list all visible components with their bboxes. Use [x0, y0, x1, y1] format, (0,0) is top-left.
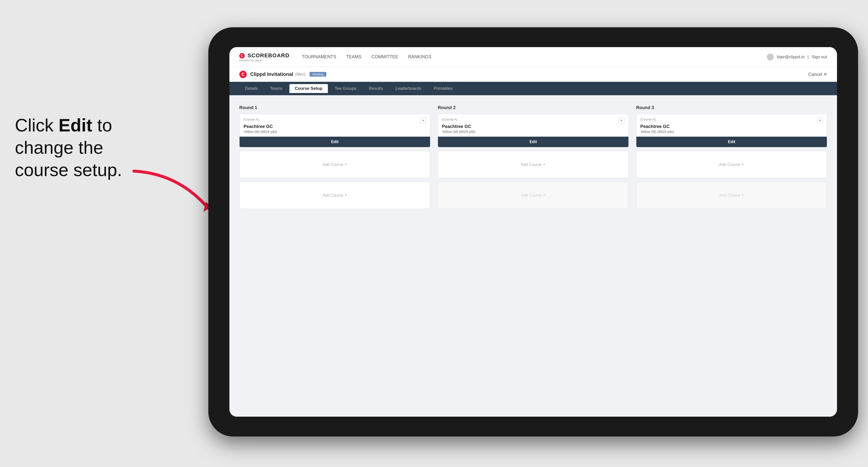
round-1-label: Round 1 — [239, 105, 430, 111]
scoreboard-logo: C SCOREBOARD Powered by clippd — [239, 52, 289, 62]
round-1-column: Round 1 (Course A) ✕ Peachtree GC Yellow… — [239, 105, 430, 212]
round-2-column: Round 2 (Course A) ✕ Peachtree GC Yellow… — [438, 105, 629, 212]
tournament-badge: Hosting — [310, 72, 327, 76]
nav-rankings[interactable]: RANKINGS — [408, 53, 432, 61]
round-2-edit-button[interactable]: Edit — [438, 137, 628, 147]
round-3-label: Round 3 — [636, 105, 827, 111]
cancel-button[interactable]: Cancel ✕ — [808, 72, 827, 77]
round-2-add-course-text-2: Add Course + — [521, 193, 545, 198]
nav-teams[interactable]: TEAMS — [346, 53, 362, 61]
round-2-course-card: (Course A) ✕ Peachtree GC Yellow (M) (66… — [438, 114, 629, 147]
top-navigation: C SCOREBOARD Powered by clippd TOURNAMEN… — [229, 47, 837, 67]
tab-results[interactable]: Results — [363, 84, 389, 93]
round-1-add-course-text-1: Add Course + — [322, 162, 347, 167]
tab-tee-groups[interactable]: Tee Groups — [329, 84, 362, 93]
rounds-grid: Round 1 (Course A) ✕ Peachtree GC Yellow… — [239, 105, 827, 212]
round-3-course-card: (Course A) ✕ Peachtree GC Yellow (M) (66… — [636, 114, 827, 147]
round-3-delete-icon[interactable]: ✕ — [817, 118, 823, 124]
nav-committee[interactable]: COMMITTEE — [372, 53, 398, 61]
round-2-course-details: Yellow (M) (6629 yds) — [438, 129, 628, 137]
round-2-label: Round 2 — [438, 105, 629, 111]
nav-links: TOURNAMENTS TEAMS COMMITTEE RANKINGS — [302, 53, 767, 61]
tournament-header: C Clippd Invitational (Men) Hosting Canc… — [229, 67, 837, 82]
main-content: Round 1 (Course A) ✕ Peachtree GC Yellow… — [229, 95, 837, 417]
annotation-text: Click Edit to change the course setup. — [15, 114, 122, 181]
round-3-course-details: Yellow (M) (6629 yds) — [637, 129, 827, 137]
round-3-course-tag: (Course A) — [640, 118, 656, 121]
round-3-course-header: (Course A) ✕ — [637, 114, 827, 124]
round-1-delete-icon[interactable]: ✕ — [420, 118, 426, 124]
tournament-logo-icon: C — [239, 71, 247, 78]
tab-bar: Details Teams Course Setup Tee Groups Re… — [229, 82, 837, 95]
round-3-add-course-text-1: Add Course + — [719, 162, 744, 167]
user-email: blair@clippd.io — [777, 55, 805, 60]
round-2-add-course-text-1: Add Course + — [521, 162, 545, 167]
tournament-gender: (Men) — [295, 72, 306, 76]
round-1-add-course-2[interactable]: Add Course + — [239, 182, 430, 209]
round-3-edit-button[interactable]: Edit — [637, 137, 827, 147]
sign-out-link[interactable]: Sign out — [812, 55, 827, 60]
tournament-name: Clippd Invitational — [250, 71, 293, 77]
round-3-course-name: Peachtree GC — [637, 124, 827, 129]
round-2-course-tag: (Course A) — [442, 118, 457, 121]
tab-leaderboards[interactable]: Leaderboards — [390, 84, 427, 93]
logo-text: C SCOREBOARD — [239, 52, 289, 59]
round-2-course-header: (Course A) ✕ — [438, 114, 628, 124]
round-2-add-course-2: Add Course + — [438, 182, 629, 209]
nav-right: blair@clippd.io | Sign out — [767, 54, 827, 61]
round-1-add-course-1[interactable]: Add Course + — [239, 151, 430, 178]
round-2-course-name: Peachtree GC — [438, 124, 628, 129]
annotation-arrow — [129, 169, 213, 218]
tab-printables[interactable]: Printables — [428, 84, 458, 93]
nav-pipe: | — [807, 55, 808, 60]
round-1-course-card: (Course A) ✕ Peachtree GC Yellow (M) (66… — [239, 114, 430, 147]
user-avatar — [767, 54, 774, 61]
round-3-add-course-text-2: Add Course + — [719, 193, 744, 198]
round-3-add-course-2: Add Course + — [636, 182, 827, 209]
round-1-course-tag: (Course A) — [244, 118, 259, 121]
tab-course-setup[interactable]: Course Setup — [289, 84, 328, 93]
round-3-column: Round 3 (Course A) ✕ Peachtree GC Yellow… — [636, 105, 827, 212]
tab-teams[interactable]: Teams — [265, 84, 288, 93]
round-1-add-course-text-2: Add Course + — [322, 193, 347, 198]
nav-tournaments[interactable]: TOURNAMENTS — [302, 53, 336, 61]
round-1-course-details: Yellow (M) (6629 yds) — [240, 129, 430, 137]
round-1-course-name: Peachtree GC — [240, 124, 430, 129]
logo-c-icon: C — [239, 53, 245, 59]
tablet-device: C SCOREBOARD Powered by clippd TOURNAMEN… — [208, 27, 858, 436]
round-2-add-course-1[interactable]: Add Course + — [438, 151, 629, 178]
round-3-add-course-1[interactable]: Add Course + — [636, 151, 827, 178]
round-1-course-header: (Course A) ✕ — [240, 114, 430, 124]
logo-subtitle: Powered by clippd — [239, 59, 289, 62]
round-1-edit-button[interactable]: Edit — [240, 137, 430, 147]
annotation-bold: Edit — [59, 115, 92, 135]
round-2-delete-icon[interactable]: ✕ — [619, 118, 624, 124]
tablet-screen: C SCOREBOARD Powered by clippd TOURNAMEN… — [229, 47, 837, 417]
tab-details[interactable]: Details — [239, 84, 263, 93]
